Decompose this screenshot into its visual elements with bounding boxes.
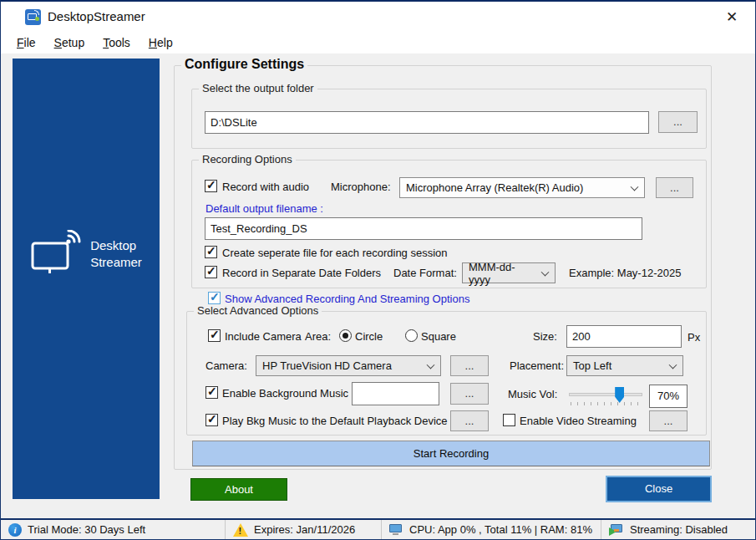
bg-music-input[interactable] (352, 382, 439, 405)
placement-label: Placement: (510, 359, 564, 372)
record-with-audio-label: Record with audio (222, 181, 309, 193)
area-square-label: Square (421, 330, 456, 343)
status-expires-section: Expires: Jan/11/2026 (226, 520, 381, 539)
date-folders-label: Record in Separate Date Folders (222, 267, 381, 279)
include-camera-checkbox[interactable] (208, 329, 221, 342)
separate-file-checkbox[interactable] (205, 246, 217, 258)
play-bkg-music-label: Play Bkg Music to the Default Playback D… (222, 415, 448, 427)
show-advanced-checkbox[interactable] (208, 292, 221, 304)
sidebar-brand-panel: Desktop Streamer (13, 59, 160, 499)
size-input[interactable] (566, 325, 682, 348)
output-folder-browse-button[interactable]: ... (658, 111, 698, 133)
menu-help[interactable]: Help (141, 33, 180, 52)
enable-video-streaming-label: Enable Video Streaming (520, 415, 637, 427)
status-bar: i Trial Mode: 30 Days Left Expires: Jan/… (1, 518, 755, 539)
area-circle-radio[interactable] (339, 329, 352, 342)
bg-music-browse-button[interactable]: ... (450, 383, 489, 405)
warning-icon (233, 523, 248, 537)
include-camera-label: Include Camera (225, 330, 302, 343)
area-circle-label: Circle (355, 330, 383, 343)
about-button[interactable]: About (190, 478, 287, 501)
chevron-down-icon (631, 182, 639, 191)
streaming-icon (609, 524, 624, 536)
chevron-down-icon (427, 360, 435, 369)
menu-file[interactable]: File (9, 33, 43, 52)
video-streaming-browse-button[interactable]: ... (649, 410, 688, 431)
camera-select[interactable]: HP TrueVision HD Camera (256, 355, 441, 376)
camera-browse-button[interactable]: ... (450, 355, 489, 376)
start-recording-button[interactable]: Start Recording (192, 441, 710, 466)
title-bar: DesktopStreamer ✕ (1, 2, 755, 32)
window-title: DesktopStreamer (48, 9, 145, 23)
date-folders-checkbox[interactable] (205, 266, 217, 278)
placement-select[interactable]: Top Left (566, 355, 683, 376)
chevron-down-icon (541, 267, 550, 276)
chevron-down-icon (669, 360, 677, 369)
play-bkg-browse-button[interactable]: ... (450, 410, 489, 431)
status-trial-section: i Trial Mode: 30 Days Left (1, 520, 225, 539)
music-volume-value: 70% (649, 385, 688, 408)
separate-file-label: Create seperate file for each recording … (222, 247, 448, 259)
microphone-label: Microphone: (331, 181, 391, 193)
expires-text: Expires: Jan/11/2026 (254, 523, 355, 536)
output-folder-group-label: Select the output folder (199, 82, 317, 94)
recording-options-group-label: Recording Options (199, 153, 296, 166)
configure-settings-title: Configure Settings (181, 57, 307, 72)
status-streaming-section: Streaming: Disabled (601, 520, 735, 539)
trial-mode-text: Trial Mode: 30 Days Left (28, 523, 145, 536)
date-format-label: Date Format: (393, 267, 457, 279)
close-button[interactable]: Close (606, 476, 712, 502)
desktop-streamer-logo-icon (30, 230, 82, 278)
menu-bar: File Setup Tools Help (1, 32, 755, 53)
area-square-radio[interactable] (405, 329, 418, 342)
enable-bg-music-label: Enable Background Music (222, 387, 348, 400)
cpu-monitor-icon (389, 524, 403, 535)
play-bkg-music-checkbox[interactable] (205, 414, 218, 426)
date-format-select[interactable]: MMM-dd-yyyy (462, 262, 556, 283)
menu-tools[interactable]: Tools (95, 33, 138, 52)
slider-tick-marks (571, 402, 642, 405)
show-advanced-label: Show Advanced Recording And Streaming Op… (225, 293, 469, 305)
info-icon: i (8, 523, 22, 537)
camera-label: Camera: (205, 359, 247, 372)
filename-label: Default output filename : (205, 202, 323, 215)
streaming-text: Streaming: Disabled (630, 523, 728, 536)
microphone-select[interactable]: Microphone Array (Realtek(R) Audio) (399, 177, 645, 198)
advanced-options-group-label: Select Advanced Options (194, 304, 322, 317)
menu-setup[interactable]: Setup (47, 33, 93, 52)
output-folder-input[interactable] (205, 111, 649, 134)
cpu-ram-text: CPU: App 0% , Total 11% | RAM: 81% (409, 523, 592, 536)
size-unit-label: Px (688, 331, 700, 344)
filename-input[interactable] (205, 217, 642, 240)
app-logo-icon (25, 9, 41, 25)
logo-text: Desktop Streamer (90, 237, 142, 271)
record-with-audio-checkbox[interactable] (205, 180, 217, 192)
area-label: Area: (305, 330, 331, 343)
music-vol-label: Music Vol: (508, 388, 557, 400)
size-label: Size: (533, 330, 557, 343)
microphone-browse-button[interactable]: ... (656, 177, 693, 198)
app-window: DesktopStreamer ✕ File Setup Tools Help … (0, 0, 756, 540)
date-example-text: Example: May-12-2025 (569, 267, 681, 279)
music-volume-slider[interactable] (569, 393, 642, 396)
status-cpu-section: CPU: App 0% , Total 11% | RAM: 81% (382, 520, 601, 539)
enable-video-streaming-checkbox[interactable] (503, 414, 515, 426)
close-window-button[interactable]: ✕ (720, 8, 743, 28)
enable-bg-music-checkbox[interactable] (205, 386, 218, 399)
